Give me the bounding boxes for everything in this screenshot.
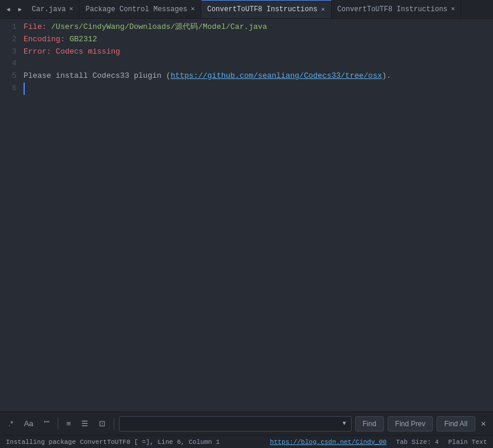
editor-line-6 bbox=[24, 83, 493, 95]
tab-close-convert-utf8-2[interactable]: ✕ bbox=[451, 6, 455, 12]
tab-close-convert-utf8-1[interactable]: ✕ bbox=[321, 6, 325, 13]
find-toolbar: .* Aa "" ≡ ☰ ⊡ ▼ Find Find Prev Find All… bbox=[0, 411, 493, 435]
word-btn[interactable]: "" bbox=[41, 418, 53, 429]
line-number-3: 3 bbox=[2, 46, 16, 58]
tab-next-btn[interactable]: ▶ bbox=[14, 0, 26, 18]
tab-prev-btn[interactable]: ◀ bbox=[2, 0, 14, 18]
status-file-type: Plain Text bbox=[448, 439, 487, 446]
case-btn[interactable]: Aa bbox=[21, 418, 37, 429]
tab-label-convert-utf8-2: ConvertToUTF8 Instructions bbox=[338, 5, 448, 14]
tab-convert-utf8-2[interactable]: ConvertToUTF8 Instructions ✕ bbox=[332, 0, 462, 18]
editor-line-3: Error: Codecs missing bbox=[24, 46, 493, 58]
find-input[interactable] bbox=[124, 420, 342, 428]
toolbar-separator-2 bbox=[114, 418, 114, 430]
status-tab-size: Tab Size: 4 bbox=[396, 439, 439, 446]
status-link[interactable]: https://blog.csdn.net/Cindy_00 bbox=[270, 439, 386, 446]
status-right: https://blog.csdn.net/Cindy_00 Tab Size:… bbox=[270, 439, 487, 446]
tab-label-convert-utf8-1: ConvertToUTF8 Instructions bbox=[207, 5, 317, 14]
tab-convert-utf8-1[interactable]: ConvertToUTF8 Instructions ✕ bbox=[201, 0, 332, 18]
find-prev-button[interactable]: Find Prev bbox=[388, 416, 433, 431]
find-dropdown-arrow-icon[interactable]: ▼ bbox=[342, 420, 346, 427]
find-close-button[interactable]: ✕ bbox=[479, 417, 488, 430]
status-bar: Installing package ConvertToUTF8 [ =], L… bbox=[0, 435, 493, 448]
editor-area: 123456 File: /Users/CindyWang/Downloads/… bbox=[0, 19, 493, 411]
editor-line-2: Encoding: GB2312 bbox=[24, 34, 493, 46]
status-left: Installing package ConvertToUTF8 [ =], L… bbox=[6, 439, 220, 446]
editor-line-4 bbox=[24, 58, 493, 70]
tab-bar: ◀ ▶ Car.java ✕ Package Control Messages … bbox=[0, 0, 493, 19]
toolbar-separator-1 bbox=[58, 418, 58, 430]
line-number-6: 6 bbox=[2, 83, 16, 95]
tab-pkg-control[interactable]: Package Control Messages ✕ bbox=[80, 0, 201, 18]
context-btn[interactable]: ≡ bbox=[63, 418, 75, 429]
find-button[interactable]: Find bbox=[355, 416, 384, 431]
status-installing: Installing package ConvertToUTF8 [ =], L… bbox=[6, 439, 220, 446]
editor-content[interactable]: File: /Users/CindyWang/Downloads/源代码/Mod… bbox=[21, 19, 493, 411]
line-number-2: 2 bbox=[2, 34, 16, 46]
tab-close-pkg-control[interactable]: ✕ bbox=[191, 6, 195, 12]
editor-line-5: Please install Codecs33 plugin (https://… bbox=[24, 70, 493, 83]
line-numbers: 123456 bbox=[0, 19, 21, 411]
line-number-5: 5 bbox=[2, 70, 16, 83]
line-number-1: 1 bbox=[2, 21, 16, 34]
tab-car-java[interactable]: Car.java ✕ bbox=[26, 0, 80, 18]
editor-line-1: File: /Users/CindyWang/Downloads/源代码/Mod… bbox=[24, 21, 493, 34]
tab-label-car-java: Car.java bbox=[32, 5, 66, 14]
find-input-container: ▼ bbox=[119, 416, 351, 431]
tab-label-pkg-control: Package Control Messages bbox=[85, 5, 187, 14]
line-number-4: 4 bbox=[2, 58, 16, 70]
regex-btn[interactable]: .* bbox=[5, 418, 17, 429]
tab-close-car-java[interactable]: ✕ bbox=[70, 6, 74, 12]
highlight-btn[interactable]: ☰ bbox=[78, 418, 92, 429]
find-all-button[interactable]: Find All bbox=[436, 416, 475, 431]
wrap-btn[interactable]: ⊡ bbox=[95, 418, 109, 429]
